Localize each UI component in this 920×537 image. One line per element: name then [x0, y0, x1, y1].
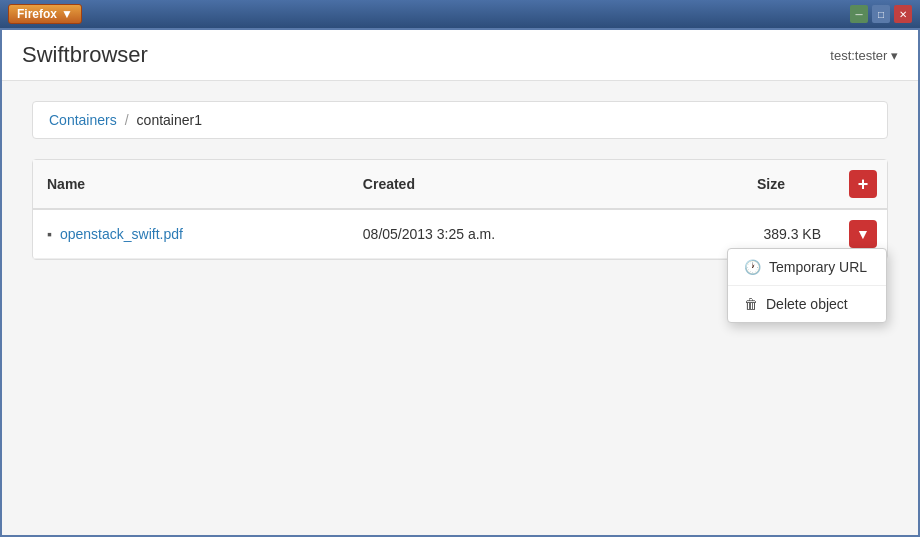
- trash-icon: 🗑: [744, 296, 758, 312]
- app-container: Swiftbrowser test:tester ▾ Containers / …: [0, 28, 920, 537]
- add-object-button[interactable]: +: [849, 170, 877, 198]
- table-header-row: Name Created Size +: [33, 160, 887, 209]
- dropdown-menu: 🕐 Temporary URL 🗑 Delete object: [727, 248, 887, 323]
- file-name: openstack_swift.pdf: [60, 226, 183, 242]
- firefox-button[interactable]: Firefox ▼: [8, 4, 82, 24]
- file-created-cell: 08/05/2013 3:25 a.m.: [349, 209, 658, 259]
- col-actions: +: [835, 160, 887, 209]
- app-title: Swiftbrowser: [22, 42, 148, 68]
- temporary-url-item[interactable]: 🕐 Temporary URL: [728, 249, 886, 286]
- col-name: Name: [33, 160, 349, 209]
- files-table: Name Created Size + ▪ openstack_swif: [33, 160, 887, 259]
- minimize-button[interactable]: ─: [850, 5, 868, 23]
- breadcrumb: Containers / container1: [32, 101, 888, 139]
- main-content: Containers / container1 Name Created Siz…: [2, 81, 918, 535]
- app-header: Swiftbrowser test:tester ▾: [2, 30, 918, 81]
- firefox-chevron-icon: ▼: [61, 7, 73, 21]
- breadcrumb-containers-link[interactable]: Containers: [49, 112, 117, 128]
- titlebar: Firefox ▼ ─ □ ✕: [0, 0, 920, 28]
- firefox-label: Firefox: [17, 7, 57, 21]
- window-controls: ─ □ ✕: [850, 5, 912, 23]
- file-name-cell: ▪ openstack_swift.pdf: [33, 209, 349, 259]
- file-icon: ▪: [47, 226, 52, 242]
- col-created: Created: [349, 160, 658, 209]
- file-link[interactable]: ▪ openstack_swift.pdf: [47, 226, 335, 242]
- file-action-cell: ▼ 🕐 Temporary URL 🗑 Delete object: [835, 209, 887, 259]
- files-table-container: Name Created Size + ▪ openstack_swif: [32, 159, 888, 260]
- breadcrumb-separator: /: [125, 112, 129, 128]
- clock-icon: 🕐: [744, 259, 761, 275]
- row-dropdown-button[interactable]: ▼: [849, 220, 877, 248]
- table-row: ▪ openstack_swift.pdf 08/05/2013 3:25 a.…: [33, 209, 887, 259]
- delete-object-label: Delete object: [766, 296, 848, 312]
- maximize-button[interactable]: □: [872, 5, 890, 23]
- col-size: Size: [658, 160, 835, 209]
- user-menu[interactable]: test:tester ▾: [830, 48, 898, 63]
- temporary-url-label: Temporary URL: [769, 259, 867, 275]
- breadcrumb-current: container1: [137, 112, 202, 128]
- close-button[interactable]: ✕: [894, 5, 912, 23]
- delete-object-item[interactable]: 🗑 Delete object: [728, 286, 886, 322]
- titlebar-left: Firefox ▼: [8, 4, 82, 24]
